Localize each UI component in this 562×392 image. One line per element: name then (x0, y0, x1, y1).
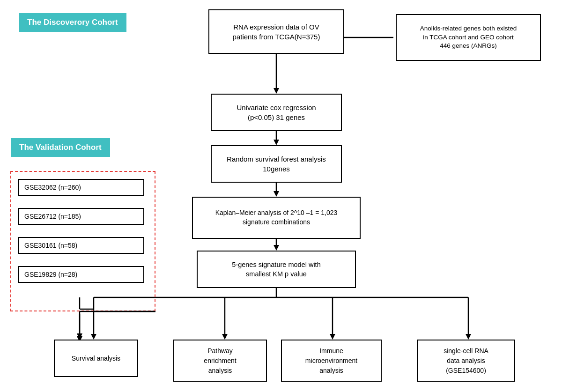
survival-box: Survival analysis (54, 340, 138, 377)
random-forest-box: Random survival forest analysis10genes (211, 145, 342, 183)
gse1-box: GSE32062 (n=260) (18, 179, 144, 196)
five-genes-box: 5-genes signature model withsmallest KM … (197, 251, 356, 288)
gse1-text: GSE32062 (n=260) (24, 184, 81, 191)
pathway-box: Pathwayenrichmentanalysis (173, 340, 267, 382)
gse4-text: GSE19829 (n=28) (24, 271, 77, 278)
univariate-box: Univariate cox regression(p<0.05) 31 gen… (211, 94, 342, 131)
svg-marker-13 (91, 334, 96, 340)
pathway-text: Pathwayenrichmentanalysis (204, 346, 236, 376)
univariate-text: Univariate cox regression(p<0.05) 31 gen… (237, 103, 316, 122)
anoikis-box: Anoikis-related genes both existedin TCG… (396, 14, 541, 61)
immune-box: Immunemicroenvironmentanalysis (281, 340, 382, 382)
immune-text: Immunemicroenvironmentanalysis (305, 346, 357, 376)
svg-marker-7 (274, 191, 279, 197)
rna-expression-box: RNA expression data of OVpatients from T… (208, 9, 344, 54)
diagram-container: The Discoverory Cohort RNA expression da… (0, 0, 562, 392)
svg-marker-1 (274, 88, 279, 94)
svg-marker-9 (274, 245, 279, 251)
kaplan-meier-box: Kaplan–Meier analysis of 2^10 –1 = 1,023… (192, 197, 361, 239)
anoikis-text: Anoikis-related genes both existedin TCG… (420, 24, 517, 51)
kaplan-meier-text: Kaplan–Meier analysis of 2^10 –1 = 1,023… (215, 208, 338, 227)
random-forest-text: Random survival forest analysis10genes (227, 154, 326, 174)
five-genes-text: 5-genes signature model withsmallest KM … (232, 260, 320, 279)
rna-expression-text: RNA expression data of OVpatients from T… (233, 22, 320, 42)
svg-marker-15 (222, 334, 228, 340)
survival-text: Survival analysis (72, 354, 120, 363)
svg-marker-17 (330, 334, 335, 340)
gse2-box: GSE26712 (n=185) (18, 208, 144, 225)
gse2-text: GSE26712 (n=185) (24, 213, 81, 220)
single-cell-box: single-cell RNAdata analysis(GSE154600) (417, 340, 515, 382)
single-cell-text: single-cell RNAdata analysis(GSE154600) (444, 346, 488, 376)
gse3-box: GSE30161 (n=58) (18, 237, 144, 254)
gse3-text: GSE30161 (n=58) (24, 242, 77, 249)
discovery-cohort-label: The Discoverory Cohort (19, 13, 126, 32)
gse4-box: GSE19829 (n=28) (18, 266, 144, 283)
svg-marker-26 (77, 333, 82, 339)
svg-marker-5 (274, 140, 279, 145)
svg-marker-19 (466, 334, 471, 340)
validation-cohort-label: The Validation Cohort (11, 138, 110, 157)
